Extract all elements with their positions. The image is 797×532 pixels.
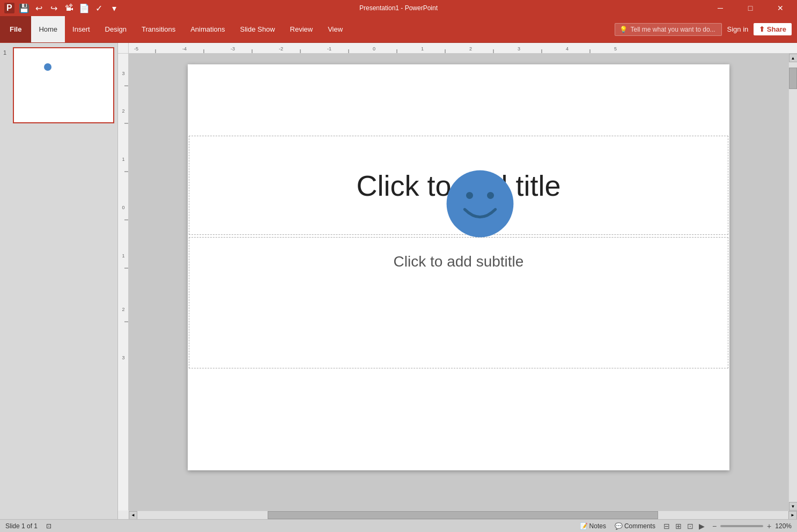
ruler-corner [118, 43, 129, 54]
svg-text:2: 2 [122, 108, 124, 114]
slide-canvas[interactable]: Click to add title Click to add subtitle [188, 64, 729, 470]
smiley-face[interactable] [445, 169, 515, 239]
svg-point-37 [466, 192, 473, 199]
slide-panel: 1 [0, 43, 118, 519]
view-icons: ⊟ ⊞ ⊡ ▶ [662, 521, 706, 531]
svg-text:-5: -5 [134, 46, 138, 51]
minimize-button[interactable]: ─ [708, 0, 733, 16]
scroll-thumb-bottom[interactable] [268, 511, 658, 519]
slide-info: Slide 1 of 1 [5, 522, 38, 530]
svg-text:-1: -1 [327, 46, 331, 51]
svg-point-38 [487, 192, 494, 199]
zoom-controls: − + 120% [711, 521, 792, 531]
title-bar: P 💾 ↩ ↪ 📽 📄 ✓ ▾ Presentation1 - PowerPoi… [0, 0, 797, 16]
svg-text:0: 0 [122, 205, 124, 210]
svg-text:-4: -4 [182, 46, 187, 51]
svg-rect-22 [118, 54, 129, 511]
ribbon: File Home Insert Design Transitions Anim… [0, 16, 797, 43]
canvas-scroll[interactable]: Click to add title Click to add subtitle [129, 54, 788, 511]
scroll-left-button[interactable]: ◄ [129, 511, 137, 520]
left-ruler: 3 2 1 0 1 2 3 [118, 54, 129, 511]
normal-view-button[interactable]: ⊟ [662, 521, 671, 531]
slide-thumb-inner [14, 48, 113, 122]
scroll-thumb-right[interactable] [789, 68, 797, 89]
present-button[interactable]: 📽 [63, 2, 76, 14]
right-scrollbar[interactable]: ▲ ▼ [788, 54, 797, 511]
ribbon-right: 💡 Tell me what you want to do... Sign in… [615, 16, 798, 42]
window-controls: ─ □ ✕ [708, 0, 793, 16]
spellcheck-button[interactable]: ✓ [93, 2, 106, 14]
zoom-level: 120% [775, 522, 792, 530]
comments-button[interactable]: 💬 Comments [612, 521, 658, 531]
ruler-row: -5 -4 -3 -2 -1 0 1 2 3 [118, 43, 797, 54]
slide-with-ruler: 3 2 1 0 1 2 3 [118, 54, 797, 511]
editor-area: -5 -4 -3 -2 -1 0 1 2 3 [118, 43, 797, 519]
svg-text:1: 1 [122, 157, 124, 162]
zoom-in-button[interactable]: + [765, 521, 773, 531]
notes-label: Notes [589, 522, 606, 530]
undo-button[interactable]: ↩ [33, 2, 46, 14]
notes-button[interactable]: 📝 Notes [578, 521, 608, 531]
slide-sorter-button[interactable]: ⊞ [674, 521, 683, 531]
tab-animations[interactable]: Animations [183, 16, 232, 42]
fit-icon: ⊡ [46, 522, 51, 530]
thumbnail-dot [44, 63, 51, 71]
tab-insert[interactable]: Insert [65, 16, 98, 42]
sign-in-button[interactable]: Sign in [727, 25, 749, 33]
svg-rect-0 [129, 43, 797, 54]
top-ruler: -5 -4 -3 -2 -1 0 1 2 3 [129, 43, 797, 54]
tab-design[interactable]: Design [98, 16, 134, 42]
tab-slideshow[interactable]: Slide Show [233, 16, 283, 42]
tell-me-search[interactable]: 💡 Tell me what you want to do... [615, 23, 722, 36]
fit-slide-button[interactable]: ⊡ [44, 521, 54, 531]
main-area: 1 -5 -4 -3 [0, 43, 797, 519]
slide-thumbnail[interactable] [13, 47, 114, 123]
zoom-out-button[interactable]: − [711, 521, 718, 531]
svg-text:3: 3 [518, 46, 520, 51]
svg-text:3: 3 [122, 355, 124, 360]
scroll-right-button[interactable]: ► [788, 511, 797, 520]
reading-view-button[interactable]: ⊡ [685, 521, 695, 531]
status-bar: Slide 1 of 1 ⊡ 📝 Notes 💬 Comments ⊟ ⊞ ⊡ … [0, 519, 797, 532]
tab-home[interactable]: Home [31, 16, 65, 42]
svg-text:-3: -3 [231, 46, 235, 51]
search-placeholder: Tell me what you want to do... [631, 26, 715, 33]
lightbulb-icon: 💡 [619, 26, 628, 33]
tab-transitions[interactable]: Transitions [134, 16, 183, 42]
new-button[interactable]: 📄 [78, 2, 91, 14]
scroll-track-bottom[interactable] [137, 511, 788, 519]
svg-text:1: 1 [421, 46, 424, 51]
svg-text:2: 2 [122, 307, 124, 312]
status-bar-right: 📝 Notes 💬 Comments ⊟ ⊞ ⊡ ▶ − + 120% [578, 521, 792, 531]
close-button[interactable]: ✕ [768, 0, 793, 16]
tab-review[interactable]: Review [283, 16, 321, 42]
scroll-down-button[interactable]: ▼ [789, 502, 798, 511]
slideshow-button[interactable]: ▶ [697, 521, 706, 531]
bottom-scrollbar[interactable]: ◄ ► [129, 511, 797, 519]
scroll-up-button[interactable]: ▲ [789, 54, 798, 62]
zoom-slider[interactable] [720, 525, 763, 527]
svg-text:3: 3 [122, 71, 124, 76]
svg-text:2: 2 [469, 46, 472, 51]
notes-icon: 📝 [580, 522, 588, 530]
tab-view[interactable]: View [320, 16, 350, 42]
maximize-button[interactable]: □ [738, 0, 763, 16]
save-button[interactable]: 💾 [18, 2, 31, 14]
svg-text:5: 5 [614, 46, 617, 51]
comments-icon: 💬 [615, 522, 623, 530]
qat-more-button[interactable]: ▾ [108, 2, 121, 14]
slide-number: 1 [3, 47, 11, 56]
scroll-track-right[interactable] [789, 62, 797, 502]
title-bar-left: P 💾 ↩ ↪ 📽 📄 ✓ ▾ [4, 2, 121, 14]
share-button[interactable]: ⬆ Share [754, 23, 792, 35]
comments-label: Comments [624, 522, 655, 530]
svg-text:4: 4 [566, 46, 569, 51]
window-title: Presentation1 - PowerPoint [359, 4, 438, 12]
subtitle-box [189, 237, 728, 368]
file-tab[interactable]: File [0, 16, 31, 42]
svg-text:1: 1 [122, 253, 124, 258]
app-icon: P [4, 3, 14, 13]
ribbon-tabs: Home Insert Design Transitions Animation… [31, 16, 350, 42]
svg-point-36 [447, 171, 514, 238]
redo-button[interactable]: ↪ [48, 2, 61, 14]
